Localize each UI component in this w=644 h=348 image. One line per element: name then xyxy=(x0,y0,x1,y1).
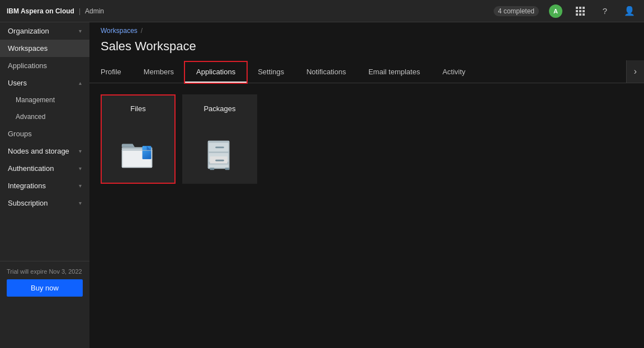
chevron-down-icon-integrations: ▾ xyxy=(79,183,82,189)
svg-rect-13 xyxy=(215,160,224,161)
main-layout: Organization ▾ Workspaces Applications U… xyxy=(0,22,644,348)
sidebar-item-nodes-storage[interactable]: Nodes and storage ▾ xyxy=(0,142,89,160)
tab-activity[interactable]: Activity xyxy=(431,62,476,83)
svg-rect-14 xyxy=(209,164,229,165)
sidebar-item-users[interactable]: Users ▴ xyxy=(0,74,89,92)
sidebar-item-organization[interactable]: Organization ▾ xyxy=(0,22,89,40)
tab-members[interactable]: Members xyxy=(132,62,185,83)
sidebar-item-applications[interactable]: Applications xyxy=(0,57,89,74)
sidebar-label-workspaces: Workspaces xyxy=(8,44,48,53)
breadcrumb-workspaces-link[interactable]: Workspaces xyxy=(101,27,138,35)
sidebar: Organization ▾ Workspaces Applications U… xyxy=(0,22,89,348)
app-card-packages-label: Packages xyxy=(190,104,249,113)
breadcrumb: Workspaces / xyxy=(89,22,644,37)
app-card-packages[interactable]: Packages xyxy=(182,94,257,184)
sidebar-label-subscription: Subscription xyxy=(8,199,48,207)
breadcrumb-separator: / xyxy=(141,27,143,35)
sidebar-label-management: Management xyxy=(16,96,55,104)
svg-rect-15 xyxy=(210,168,215,170)
brand-name: IBM Aspera on Cloud xyxy=(7,7,74,15)
tab-profile[interactable]: Profile xyxy=(89,62,132,83)
trial-text: Trial will expire Nov 3, 2022 xyxy=(7,268,83,275)
apps-grid: Files xyxy=(89,83,644,348)
buy-now-button[interactable]: Buy now xyxy=(7,279,83,297)
tabs-bar: Profile Members Applications Settings No… xyxy=(89,60,644,83)
chevron-down-icon: ▾ xyxy=(79,28,82,34)
chevron-up-icon: ▴ xyxy=(79,80,82,86)
sidebar-label-users: Users xyxy=(8,79,27,87)
chevron-down-icon-auth: ▾ xyxy=(79,165,82,171)
brand-separator: | xyxy=(79,7,80,15)
brand-area: IBM Aspera on Cloud | Admin xyxy=(7,7,104,15)
sidebar-label-groups: Groups xyxy=(8,130,32,138)
grid-icon xyxy=(576,7,585,16)
chevron-down-icon-subscription: ▾ xyxy=(79,200,82,206)
help-btn[interactable]: ? xyxy=(597,3,613,19)
sidebar-label-organization: Organization xyxy=(8,27,49,35)
avatar[interactable]: A xyxy=(549,4,562,18)
sidebar-item-authentication[interactable]: Authentication ▾ xyxy=(0,160,89,177)
tab-applications[interactable]: Applications xyxy=(185,62,247,83)
tabs-scroll-right[interactable]: › xyxy=(626,60,644,83)
user-profile-btn[interactable]: 👤 xyxy=(622,3,637,19)
trial-section: Trial will expire Nov 3, 2022 Buy now xyxy=(0,261,89,303)
package-svg xyxy=(200,135,239,174)
grid-menu-btn[interactable] xyxy=(572,3,588,19)
sidebar-item-management[interactable]: Management xyxy=(0,92,89,108)
app-card-files[interactable]: Files xyxy=(101,94,176,184)
sidebar-item-subscription[interactable]: Subscription ▾ xyxy=(0,194,89,212)
help-icon: ? xyxy=(603,6,607,16)
folder-svg xyxy=(119,135,158,174)
content-area: Workspaces / Sales Workspace Profile Mem… xyxy=(89,22,644,348)
tab-notifications[interactable]: Notifications xyxy=(295,62,357,83)
tab-settings[interactable]: Settings xyxy=(247,62,295,83)
chevron-down-icon-nodes: ▾ xyxy=(79,148,82,154)
sidebar-label-applications: Applications xyxy=(8,61,47,70)
svg-rect-16 xyxy=(225,168,230,170)
sidebar-label-advanced: Advanced xyxy=(16,113,45,121)
sidebar-label-integrations: Integrations xyxy=(8,182,46,190)
topnav-actions: 4 completed A ? 👤 xyxy=(494,3,637,19)
sidebar-item-groups[interactable]: Groups xyxy=(0,125,89,142)
sidebar-item-workspaces[interactable]: Workspaces xyxy=(0,40,89,57)
sidebar-label-authentication: Authentication xyxy=(8,164,54,173)
sidebar-label-nodes-storage: Nodes and storage xyxy=(8,147,69,155)
user-icon: 👤 xyxy=(624,6,635,16)
page-title: Sales Workspace xyxy=(89,37,644,60)
top-navigation: IBM Aspera on Cloud | Admin 4 completed … xyxy=(0,0,644,22)
completed-badge: 4 completed xyxy=(494,6,539,16)
brand-role: Admin xyxy=(85,7,104,15)
app-card-files-label: Files xyxy=(108,104,168,113)
packages-icon xyxy=(200,135,240,175)
sidebar-item-advanced[interactable]: Advanced xyxy=(0,108,89,125)
files-icon xyxy=(118,135,158,175)
sidebar-item-integrations[interactable]: Integrations ▾ xyxy=(0,177,89,194)
tab-email-templates[interactable]: Email templates xyxy=(357,62,431,83)
svg-rect-4 xyxy=(143,146,151,159)
chevron-right-icon: › xyxy=(634,66,637,77)
svg-rect-8 xyxy=(215,146,224,148)
avatar-btn[interactable]: A xyxy=(548,3,564,19)
